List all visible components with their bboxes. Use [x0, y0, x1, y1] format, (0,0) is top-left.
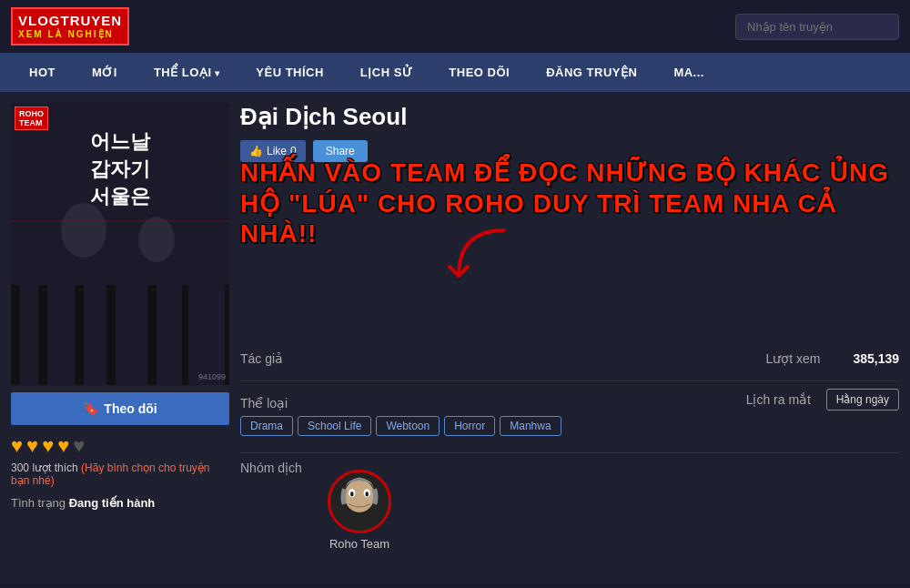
- release-row: Lịch ra mắt Hằng ngày: [570, 389, 899, 411]
- logo-area: VLOGTRUYEN XEM LÀ NGHIỆN: [11, 7, 129, 46]
- thumbs-up-icon: 👍: [249, 145, 263, 157]
- nav-theo-doi[interactable]: THEO DÕI: [430, 53, 528, 92]
- header: VLOGTRUYEN XEM LÀ NGHIỆN: [0, 0, 910, 53]
- genre-horror[interactable]: Horror: [444, 416, 495, 436]
- like-label: Like: [267, 145, 287, 157]
- action-row: 👍 Like 0 Share: [240, 140, 899, 162]
- author-views-row: Tác giả Lượt xem 385,139: [240, 344, 899, 381]
- views-row: Lượt xem 385,139: [570, 344, 899, 373]
- svg-point-9: [138, 217, 175, 262]
- svg-point-19: [365, 492, 369, 496]
- author-row: Tác giả: [240, 344, 570, 373]
- views-count: 385,139: [853, 351, 899, 366]
- arrow-svg: [440, 221, 531, 294]
- follow-label: Theo dõi: [104, 401, 157, 416]
- votes-text: 300 lượt thích (Hãy bình chọn cho truyện…: [11, 461, 229, 487]
- svg-rect-5: [116, 244, 147, 385]
- info-section: Tác giả Lượt xem 385,139 Thể loại Drama …: [240, 344, 899, 551]
- views-label: Lượt xem: [765, 351, 838, 366]
- follow-button[interactable]: 🔖 Theo dõi: [11, 392, 229, 425]
- svg-point-18: [350, 492, 354, 496]
- search-input[interactable]: [735, 14, 899, 40]
- genre-drama[interactable]: Drama: [240, 416, 293, 436]
- arrow-overlay: [440, 221, 531, 298]
- genre-manhwa[interactable]: Manhwa: [500, 416, 561, 436]
- promo-text-line2: HỘ "LÚA" CHO ROHO DUY TRÌ TEAM NHA CẢ NH…: [240, 188, 899, 249]
- genre-tags: Drama School Life Webtoon Horror Manhwa: [240, 416, 561, 436]
- genre-webtoon[interactable]: Webtoon: [376, 416, 440, 436]
- star-3[interactable]: ♥: [42, 434, 54, 458]
- share-label: Share: [326, 145, 355, 157]
- site-logo[interactable]: VLOGTRUYEN XEM LÀ NGHIỆN: [11, 7, 129, 46]
- votes-count: 300: [11, 461, 29, 474]
- cover-svg: 어느날 갑자기 서울은: [11, 103, 229, 385]
- like-count: 0: [290, 145, 297, 157]
- status-row: Tình trạng Đang tiến hành: [11, 496, 229, 510]
- nav-the-loai[interactable]: THỂ LOẠI: [136, 53, 238, 92]
- promo-text-line1: NHẤN VÀO TEAM ĐỂ ĐỌC NHỮNG BỘ KHÁC ỦNG: [240, 157, 899, 188]
- translator-name: Roho Team: [329, 537, 389, 551]
- translator-row: Nhóm dịch: [240, 461, 899, 551]
- svg-point-8: [61, 203, 106, 258]
- svg-text:서울은: 서울은: [90, 185, 150, 208]
- manga-cover: 어느날 갑자기 서울은 ROHO TEAM 941099: [11, 103, 229, 385]
- svg-rect-2: [20, 267, 38, 385]
- left-panel: 어느날 갑자기 서울은 ROHO TEAM 941099 🔖 Theo dõi …: [11, 103, 229, 573]
- right-panel: Đại Dịch Seoul 👍 Like 0 Share NHẤN VÀO T…: [240, 103, 899, 573]
- nav-ma[interactable]: MA...: [655, 53, 723, 92]
- svg-rect-6: [157, 253, 182, 385]
- genre-section: Thể loại Drama School Life Webtoon Horro…: [240, 389, 570, 443]
- bookmark-icon: 🔖: [83, 401, 98, 416]
- genre-translator-row: Thể loại Drama School Life Webtoon Horro…: [240, 389, 899, 453]
- manga-title: Đại Dịch Seoul: [240, 103, 899, 131]
- star-4[interactable]: ♥: [57, 434, 69, 458]
- star-2[interactable]: ♥: [26, 434, 38, 458]
- genre-label: Thể loại: [240, 396, 313, 411]
- share-button[interactable]: Share: [313, 140, 368, 162]
- status-value: Đang tiến hành: [69, 496, 156, 510]
- release-label: Lịch ra mắt: [746, 392, 819, 407]
- release-value: Hằng ngày: [826, 389, 899, 411]
- cover-badge: ROHO TEAM: [15, 106, 48, 130]
- svg-text:어느날: 어느날: [90, 130, 151, 153]
- translator-avatar: [328, 470, 391, 533]
- star-5[interactable]: ♥: [73, 434, 85, 458]
- main-content: 어느날 갑자기 서울은 ROHO TEAM 941099 🔖 Theo dõi …: [0, 92, 910, 583]
- votes-label: lượt thích: [32, 461, 77, 474]
- promo-overlay: NHẤN VÀO TEAM ĐỂ ĐỌC NHỮNG BỘ KHÁC ỦNG H…: [240, 157, 899, 249]
- translator-label: Nhóm dịch: [240, 461, 313, 475]
- right-meta: Lịch ra mắt Hằng ngày: [570, 389, 899, 420]
- nav-yeu-thich[interactable]: YÊU THÍCH: [238, 53, 342, 92]
- svg-rect-3: [47, 248, 75, 385]
- stars-row: ♥ ♥ ♥ ♥ ♥: [11, 434, 229, 458]
- svg-rect-7: [188, 262, 225, 385]
- author-label: Tác giả: [240, 351, 313, 366]
- logo-main-text: VLOGTRUYEN: [18, 13, 122, 29]
- svg-rect-4: [84, 258, 106, 385]
- svg-text:갑자기: 갑자기: [90, 157, 150, 180]
- nav-lich-su[interactable]: LỊCH SỬ: [342, 53, 431, 92]
- nav-moi[interactable]: MỚI: [74, 53, 136, 92]
- like-button[interactable]: 👍 Like 0: [240, 140, 306, 162]
- cover-image: 어느날 갑자기 서울은 ROHO TEAM 941099: [11, 103, 229, 385]
- genre-school[interactable]: School Life: [298, 416, 371, 436]
- avatar-svg: [330, 470, 389, 533]
- star-1[interactable]: ♥: [11, 434, 23, 458]
- cover-watermark: 941099: [198, 372, 226, 381]
- status-label: Tình trạng: [11, 496, 66, 510]
- genre-row: Thể loại Drama School Life Webtoon Horro…: [240, 389, 570, 443]
- nav-dang-truyen[interactable]: ĐĂNG TRUYỆN: [528, 53, 655, 92]
- logo-sub-text: XEM LÀ NGHIỆN: [18, 29, 122, 40]
- nav-hot[interactable]: HOT: [11, 53, 74, 92]
- main-nav: HOT MỚI THỂ LOẠI YÊU THÍCH LỊCH SỬ THEO …: [0, 53, 910, 92]
- translator-section[interactable]: Roho Team: [328, 470, 391, 551]
